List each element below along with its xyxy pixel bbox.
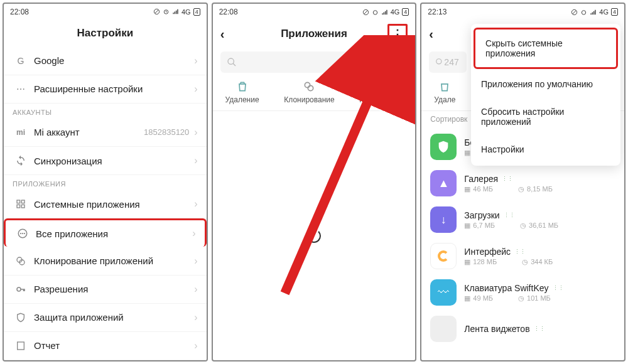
- signal-icon: [590, 9, 597, 16]
- status-icons: 4G 4: [571, 8, 618, 16]
- app-icon: [430, 134, 457, 160]
- item-report[interactable]: Отчет ›: [4, 332, 207, 360]
- battery-icon: 4: [611, 8, 618, 16]
- action-clone[interactable]: Клонирование: [284, 80, 334, 104]
- dnd-icon: [571, 9, 578, 16]
- item-mi-account[interactable]: mi Mi аккаунт 1852835120 ›: [4, 119, 207, 147]
- svg-rect-4: [21, 200, 24, 203]
- loading-spinner: [307, 229, 321, 243]
- section-accounts: АККАУНТЫ: [4, 104, 207, 119]
- chevron-right-icon: ›: [194, 55, 197, 67]
- badge-icon: [375, 80, 387, 93]
- header: ‹ Приложения ⋮: [213, 20, 416, 48]
- svg-point-8: [20, 233, 21, 234]
- header: Настройки: [4, 20, 207, 47]
- svg-rect-3: [17, 200, 20, 203]
- report-icon: [13, 341, 29, 351]
- status-time: 22:13: [428, 8, 447, 16]
- svg-point-20: [305, 82, 310, 87]
- item-sync[interactable]: Синхронизация ›: [4, 147, 207, 175]
- app-icon: [430, 243, 457, 269]
- more-menu-button[interactable]: ⋮: [387, 24, 408, 44]
- status-time: 22:08: [10, 8, 29, 16]
- alarm-icon: [163, 8, 170, 15]
- svg-point-17: [373, 10, 377, 14]
- alarm-icon: [372, 9, 379, 16]
- overflow-menu: Скрыть системные приложения Приложения п…: [471, 24, 620, 166]
- sync-icon: [13, 155, 29, 166]
- signal-text: 4G: [181, 8, 191, 16]
- trash-icon: [236, 80, 249, 93]
- app-icon: ▲: [430, 170, 457, 196]
- dnd-icon: [362, 9, 369, 16]
- signal-text: 4G: [599, 8, 609, 16]
- item-app-protect[interactable]: Защита приложений ›: [4, 304, 207, 332]
- status-time: 22:08: [219, 8, 238, 16]
- statusbar: 22:08 4G 4: [213, 4, 416, 20]
- item-permissions[interactable]: Разрешения ›: [4, 276, 207, 304]
- action-bar: Удаление Клонирование Разрешения: [213, 77, 416, 111]
- clone-icon: [303, 80, 315, 93]
- chevron-right-icon: ›: [194, 340, 197, 351]
- svg-rect-6: [21, 205, 24, 208]
- svg-point-21: [308, 85, 313, 90]
- clone-icon: [13, 256, 29, 266]
- menu-reset[interactable]: Сбросить настройки приложений: [471, 98, 620, 136]
- svg-point-9: [22, 233, 23, 234]
- search-field[interactable]: [237, 57, 402, 67]
- item-clone-apps[interactable]: Клонирование приложений ›: [4, 247, 207, 275]
- app-icon: ↓: [430, 206, 457, 233]
- chevron-right-icon: ›: [194, 312, 197, 323]
- app-row[interactable]: Лента виджетов⋮⋮: [421, 311, 624, 347]
- back-button[interactable]: ‹: [429, 27, 433, 41]
- item-system-apps[interactable]: Системные приложения ›: [4, 190, 207, 218]
- apps-icon: [14, 228, 31, 239]
- app-row[interactable]: 〰 Клавиатура SwiftKey⋮⋮ ▦ 49 МБ◷ 101 МБ: [421, 274, 624, 311]
- search-input[interactable]: 247: [429, 51, 467, 73]
- menu-settings[interactable]: Настройки: [471, 136, 620, 163]
- svg-point-26: [582, 10, 586, 14]
- signal-text: 4G: [391, 8, 400, 16]
- screen-apps: 22:08 4G 4 ‹ Приложения ⋮ Удаление Клони…: [212, 3, 417, 361]
- app-row[interactable]: ▲ Галерея⋮⋮ ▦ 46 МБ◷ 8,15 МБ: [421, 165, 624, 201]
- app-icon: [430, 316, 457, 342]
- page-title: Приложения: [281, 28, 347, 40]
- chevron-right-icon: ›: [194, 127, 197, 138]
- search-icon: [435, 58, 444, 67]
- chevron-right-icon: ›: [194, 255, 197, 267]
- statusbar: 22:08 4G 4: [4, 4, 207, 20]
- chevron-right-icon: ›: [194, 284, 197, 295]
- action-permissions[interactable]: Разрешения: [359, 80, 403, 104]
- status-icons: 4G 4: [362, 8, 409, 16]
- more-icon: ⋯: [13, 84, 29, 94]
- screen-apps-menu: 22:13 4G 4 ‹ 247 Удале Сортировк Скрыть …: [420, 3, 625, 361]
- app-icon: 〰: [430, 279, 457, 306]
- mi-icon: mi: [13, 128, 29, 137]
- search-icon: [227, 57, 237, 67]
- battery-icon: 4: [193, 8, 200, 16]
- svg-line-16: [364, 10, 367, 14]
- item-all-apps[interactable]: Все приложения ›: [4, 218, 207, 247]
- menu-hide-system[interactable]: Скрыть системные приложения: [474, 28, 618, 69]
- svg-line-19: [233, 63, 236, 66]
- svg-line-25: [573, 10, 577, 14]
- alarm-icon: [580, 9, 587, 16]
- statusbar: 22:13 4G 4: [421, 4, 624, 20]
- svg-rect-5: [17, 205, 20, 208]
- menu-default-apps[interactable]: Приложения по умолчанию: [471, 70, 620, 98]
- chevron-right-icon: ›: [194, 83, 197, 95]
- app-row[interactable]: ↓ Загрузки⋮⋮ ▦ 6,7 МБ◷ 36,61 МБ: [421, 201, 624, 238]
- status-icons: 4G 4: [153, 8, 200, 16]
- action-delete[interactable]: Удаление: [225, 80, 259, 104]
- item-google[interactable]: G Google ›: [4, 47, 207, 75]
- search-input[interactable]: [220, 51, 408, 73]
- item-advanced[interactable]: ⋯ Расширенные настройки ›: [4, 75, 207, 104]
- chevron-right-icon: ›: [194, 155, 197, 166]
- app-row[interactable]: Интерфейс⋮⋮ ▦ 128 МБ◷ 344 КБ: [421, 238, 624, 274]
- back-button[interactable]: ‹: [220, 27, 225, 41]
- svg-point-13: [17, 287, 21, 291]
- battery-icon: 4: [402, 8, 409, 16]
- signal-icon: [172, 8, 179, 15]
- svg-point-10: [24, 233, 25, 234]
- action-delete[interactable]: Удале: [434, 80, 455, 104]
